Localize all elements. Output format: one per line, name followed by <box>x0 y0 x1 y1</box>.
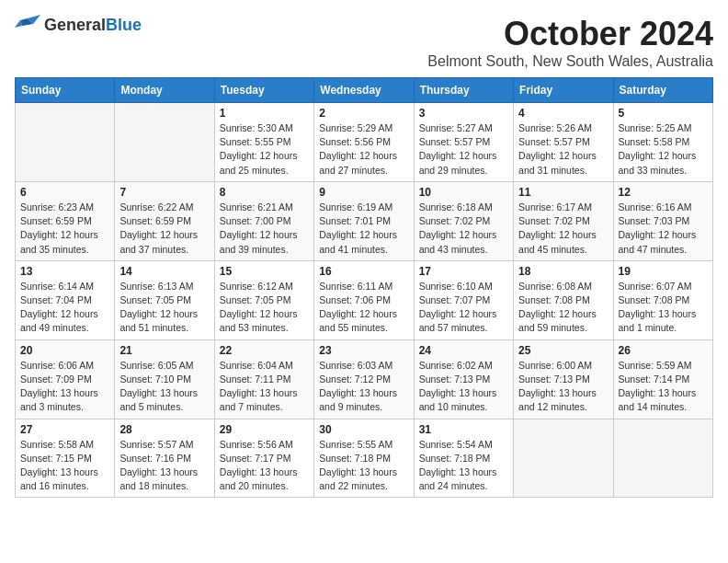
calendar-cell <box>16 103 115 182</box>
calendar-cell: 3Sunrise: 5:27 AMSunset: 5:57 PMDaylight… <box>414 103 513 182</box>
day-number: 13 <box>20 265 109 278</box>
calendar-cell: 1Sunrise: 5:30 AMSunset: 5:55 PMDaylight… <box>214 103 313 182</box>
calendar-cell: 18Sunrise: 6:08 AMSunset: 7:08 PMDayligh… <box>514 260 613 339</box>
day-number: 25 <box>518 344 608 357</box>
day-detail: Sunrise: 6:16 AMSunset: 7:03 PMDaylight:… <box>619 201 708 257</box>
calendar-cell <box>514 419 613 498</box>
calendar-cell <box>613 419 712 498</box>
calendar-cell: 19Sunrise: 6:07 AMSunset: 7:08 PMDayligh… <box>613 260 712 339</box>
calendar-cell: 28Sunrise: 5:57 AMSunset: 7:16 PMDayligh… <box>115 419 214 498</box>
day-number: 28 <box>119 423 209 436</box>
logo-text: GeneralBlue <box>44 16 142 35</box>
day-detail: Sunrise: 5:29 AMSunset: 5:56 PMDaylight:… <box>319 121 408 178</box>
title-block: October 2024 Belmont South, New South Wa… <box>427 15 713 70</box>
calendar-cell: 13Sunrise: 6:14 AMSunset: 7:04 PMDayligh… <box>16 260 115 339</box>
day-detail: Sunrise: 6:03 AMSunset: 7:12 PMDaylight:… <box>319 359 408 415</box>
calendar-cell: 31Sunrise: 5:54 AMSunset: 7:18 PMDayligh… <box>414 419 513 498</box>
day-number: 31 <box>419 423 508 436</box>
day-number: 30 <box>319 423 408 436</box>
calendar-cell: 7Sunrise: 6:22 AMSunset: 6:59 PMDaylight… <box>115 181 214 260</box>
day-number: 14 <box>119 265 209 278</box>
day-detail: Sunrise: 6:00 AMSunset: 7:13 PMDaylight:… <box>518 359 608 415</box>
calendar-cell: 26Sunrise: 5:59 AMSunset: 7:14 PMDayligh… <box>613 339 712 419</box>
day-number: 9 <box>319 186 408 199</box>
calendar-cell: 14Sunrise: 6:13 AMSunset: 7:05 PMDayligh… <box>115 260 214 339</box>
calendar-cell: 8Sunrise: 6:21 AMSunset: 7:00 PMDaylight… <box>214 181 313 260</box>
day-number: 21 <box>119 344 209 357</box>
day-number: 26 <box>619 344 708 357</box>
day-number: 17 <box>419 265 508 278</box>
calendar-week-3: 13Sunrise: 6:14 AMSunset: 7:04 PMDayligh… <box>16 260 713 339</box>
day-detail: Sunrise: 6:22 AMSunset: 6:59 PMDaylight:… <box>119 201 209 257</box>
day-number: 18 <box>518 265 608 278</box>
day-number: 15 <box>220 265 309 278</box>
calendar-cell: 4Sunrise: 5:26 AMSunset: 5:57 PMDaylight… <box>514 103 613 182</box>
calendar-cell: 12Sunrise: 6:16 AMSunset: 7:03 PMDayligh… <box>613 181 712 260</box>
day-number: 12 <box>619 186 708 199</box>
day-number: 3 <box>419 107 508 120</box>
day-detail: Sunrise: 6:17 AMSunset: 7:02 PMDaylight:… <box>518 201 608 257</box>
day-number: 6 <box>20 186 109 199</box>
calendar-title: October 2024 <box>427 15 713 53</box>
day-number: 29 <box>220 423 309 436</box>
calendar-week-2: 6Sunrise: 6:23 AMSunset: 6:59 PMDaylight… <box>16 181 713 260</box>
day-detail: Sunrise: 6:10 AMSunset: 7:07 PMDaylight:… <box>419 280 508 336</box>
header-row: SundayMondayTuesdayWednesdayThursdayFrid… <box>16 78 713 103</box>
day-detail: Sunrise: 6:06 AMSunset: 7:09 PMDaylight:… <box>20 359 109 415</box>
day-number: 20 <box>20 344 109 357</box>
day-detail: Sunrise: 6:02 AMSunset: 7:13 PMDaylight:… <box>419 359 508 415</box>
day-detail: Sunrise: 6:14 AMSunset: 7:04 PMDaylight:… <box>20 280 109 336</box>
calendar-cell: 5Sunrise: 5:25 AMSunset: 5:58 PMDaylight… <box>613 103 712 182</box>
calendar-cell: 15Sunrise: 6:12 AMSunset: 7:05 PMDayligh… <box>214 260 313 339</box>
calendar-table: SundayMondayTuesdayWednesdayThursdayFrid… <box>15 77 713 498</box>
day-number: 11 <box>518 186 608 199</box>
calendar-week-4: 20Sunrise: 6:06 AMSunset: 7:09 PMDayligh… <box>16 339 713 419</box>
day-number: 4 <box>518 107 608 120</box>
day-detail: Sunrise: 5:55 AMSunset: 7:18 PMDaylight:… <box>319 438 408 494</box>
day-detail: Sunrise: 6:08 AMSunset: 7:08 PMDaylight:… <box>518 280 608 336</box>
header-day-saturday: Saturday <box>613 78 712 103</box>
logo-bird-icon <box>15 15 40 35</box>
day-number: 23 <box>319 344 408 357</box>
calendar-cell: 6Sunrise: 6:23 AMSunset: 6:59 PMDaylight… <box>16 181 115 260</box>
calendar-cell: 30Sunrise: 5:55 AMSunset: 7:18 PMDayligh… <box>314 419 414 498</box>
day-detail: Sunrise: 6:05 AMSunset: 7:10 PMDaylight:… <box>119 359 209 415</box>
calendar-cell: 10Sunrise: 6:18 AMSunset: 7:02 PMDayligh… <box>414 181 513 260</box>
header-day-sunday: Sunday <box>16 78 115 103</box>
day-number: 16 <box>319 265 408 278</box>
calendar-cell <box>115 103 214 182</box>
calendar-cell: 9Sunrise: 6:19 AMSunset: 7:01 PMDaylight… <box>314 181 414 260</box>
header-day-thursday: Thursday <box>414 78 513 103</box>
day-detail: Sunrise: 6:11 AMSunset: 7:06 PMDaylight:… <box>319 280 408 336</box>
calendar-cell: 20Sunrise: 6:06 AMSunset: 7:09 PMDayligh… <box>16 339 115 419</box>
day-detail: Sunrise: 5:58 AMSunset: 7:15 PMDaylight:… <box>20 438 109 494</box>
calendar-header: SundayMondayTuesdayWednesdayThursdayFrid… <box>16 78 713 103</box>
day-detail: Sunrise: 5:26 AMSunset: 5:57 PMDaylight:… <box>518 121 608 178</box>
calendar-cell: 22Sunrise: 6:04 AMSunset: 7:11 PMDayligh… <box>214 339 313 419</box>
day-detail: Sunrise: 5:27 AMSunset: 5:57 PMDaylight:… <box>419 121 508 178</box>
day-detail: Sunrise: 6:18 AMSunset: 7:02 PMDaylight:… <box>419 201 508 257</box>
header-day-friday: Friday <box>514 78 613 103</box>
calendar-cell: 2Sunrise: 5:29 AMSunset: 5:56 PMDaylight… <box>314 103 414 182</box>
day-detail: Sunrise: 6:13 AMSunset: 7:05 PMDaylight:… <box>119 280 209 336</box>
day-detail: Sunrise: 6:04 AMSunset: 7:11 PMDaylight:… <box>220 359 309 415</box>
calendar-cell: 16Sunrise: 6:11 AMSunset: 7:06 PMDayligh… <box>314 260 414 339</box>
day-detail: Sunrise: 6:23 AMSunset: 6:59 PMDaylight:… <box>20 201 109 257</box>
header-day-tuesday: Tuesday <box>214 78 313 103</box>
calendar-cell: 21Sunrise: 6:05 AMSunset: 7:10 PMDayligh… <box>115 339 214 419</box>
calendar-cell: 27Sunrise: 5:58 AMSunset: 7:15 PMDayligh… <box>16 419 115 498</box>
day-detail: Sunrise: 6:07 AMSunset: 7:08 PMDaylight:… <box>619 280 708 336</box>
day-number: 2 <box>319 107 408 120</box>
day-detail: Sunrise: 6:21 AMSunset: 7:00 PMDaylight:… <box>220 201 309 257</box>
day-number: 10 <box>419 186 508 199</box>
day-detail: Sunrise: 5:25 AMSunset: 5:58 PMDaylight:… <box>619 121 708 178</box>
logo-general: General <box>44 16 106 34</box>
header-day-monday: Monday <box>115 78 214 103</box>
logo: GeneralBlue <box>15 15 142 35</box>
logo-blue: Blue <box>106 16 142 34</box>
day-detail: Sunrise: 5:56 AMSunset: 7:17 PMDaylight:… <box>220 438 309 494</box>
calendar-week-1: 1Sunrise: 5:30 AMSunset: 5:55 PMDaylight… <box>16 103 713 182</box>
day-number: 8 <box>220 186 309 199</box>
calendar-cell: 11Sunrise: 6:17 AMSunset: 7:02 PMDayligh… <box>514 181 613 260</box>
calendar-week-5: 27Sunrise: 5:58 AMSunset: 7:15 PMDayligh… <box>16 419 713 498</box>
